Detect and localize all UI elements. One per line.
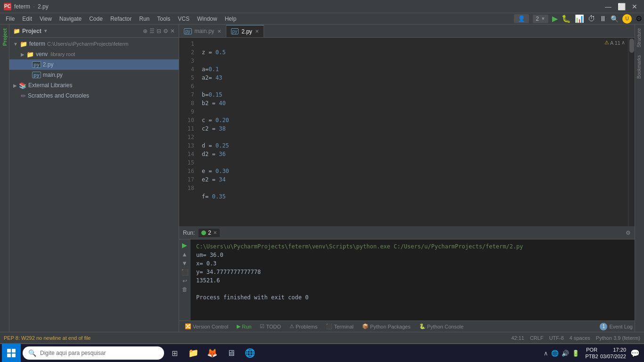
project-dropdown-arrow[interactable]: ▼ <box>43 28 48 33</box>
settings-button[interactable]: ⚙ <box>636 14 642 23</box>
menu-refactor[interactable]: Refactor <box>107 13 135 24</box>
run-clear-btn[interactable]: 🗑 <box>182 286 188 293</box>
run-scroll-up-btn[interactable]: ▲ <box>182 251 188 258</box>
ftab-todo[interactable]: ☑ TODO <box>256 322 285 330</box>
ftab-problems-label: Problems <box>296 324 317 329</box>
bottom-tabs-bar: Run: 2 ✕ ⚙ <box>179 226 635 239</box>
output-um: um= 36.0 <box>196 251 629 259</box>
project-tab[interactable]: Project <box>2 28 8 46</box>
settings-run-btn[interactable]: ⚙ <box>626 230 631 236</box>
maximize-button[interactable]: ⬜ <box>616 2 627 11</box>
minimize-button[interactable]: — <box>603 2 614 11</box>
2py-tab-close[interactable]: ✕ <box>255 29 259 34</box>
editor-scrollbar[interactable] <box>628 38 635 226</box>
taskbar-search-box[interactable]: 🔍 Digite aqui para pesquisar <box>23 346 164 360</box>
debug-button[interactable]: 🐛 <box>561 14 571 23</box>
ftab-run[interactable]: ▶ Run <box>233 322 255 330</box>
titlebar-left: PC feterm - 2.py <box>4 3 49 10</box>
output-val: 13521.6 <box>196 276 629 285</box>
search-button[interactable]: 🔍 <box>611 15 619 23</box>
menu-help[interactable]: Help <box>221 13 240 24</box>
menu-navigate[interactable]: Navigate <box>56 13 85 24</box>
encoding[interactable]: UTF-8 <box>549 335 564 341</box>
menu-code[interactable]: Code <box>85 13 107 24</box>
line-count-badge: ⚠ A 11 ∧ <box>604 40 625 46</box>
mainpy-name: main.py <box>43 72 63 78</box>
taskbar-search-placeholder: Digite aqui para pesquisar <box>40 350 106 356</box>
run-config-label: 2 <box>536 16 539 22</box>
language-indicator[interactable]: POR PTB2 <box>585 346 598 360</box>
run-toolbar: ▶ ▲ ▼ ⬛ ↩ 🗑 <box>179 239 190 321</box>
run-play-btn[interactable]: ▶ <box>182 241 187 249</box>
tree-arrow-external: ▶ <box>13 83 17 88</box>
menu-edit[interactable]: Edit <box>18 13 36 24</box>
tree-item-root[interactable]: ▼ 📁 feterm C:\Users\u\PycharmProjects\fe… <box>9 39 179 49</box>
run-button[interactable]: ▶ <box>552 14 558 23</box>
ftab-terminal[interactable]: ⬛ Terminal <box>322 322 357 330</box>
run-tab-close[interactable]: ✕ <box>213 230 217 235</box>
taskbar-explorer[interactable]: 📁 <box>185 345 202 362</box>
coverage-button[interactable]: 📊 <box>575 14 584 23</box>
side-tab-bookmarks[interactable]: Bookmarks <box>635 51 644 82</box>
run-stop-btn[interactable]: ⬛ <box>181 269 189 276</box>
cursor-position[interactable]: 42:11 <box>511 335 524 341</box>
taskbar-firefox[interactable]: 🦊 <box>204 345 221 362</box>
statusbar-right: 42:11 CRLF UTF-8 4 spaces Python 3.9 (fe… <box>511 335 640 341</box>
user-icon-btn[interactable]: 👤 <box>514 14 529 23</box>
menu-file[interactable]: File <box>2 13 18 24</box>
taskbar-pycharm[interactable]: 🖥 <box>223 345 239 362</box>
tree-item-mainpy[interactable]: py main.py <box>9 70 179 80</box>
mainpy-tab-label: main.py <box>195 28 215 34</box>
run-tab[interactable]: 2 ✕ <box>198 229 220 237</box>
ftab-problems[interactable]: ⚠ Problems <box>286 322 321 330</box>
pause-button[interactable]: ⏸ <box>599 15 607 23</box>
ftab-python-packages[interactable]: 📦 Python Packages <box>358 322 414 330</box>
new-item-btn[interactable]: ⊕ <box>143 28 148 34</box>
tab-2py[interactable]: py 2.py ✕ <box>226 25 264 37</box>
tab-mainpy[interactable]: py main.py ✕ <box>179 25 226 37</box>
menu-vcs[interactable]: VCS <box>174 13 193 24</box>
run-scroll-down-btn[interactable]: ▼ <box>182 260 188 267</box>
indent-size[interactable]: 4 spaces <box>570 335 590 341</box>
line-ending[interactable]: CRLF <box>530 335 544 341</box>
network-icon[interactable]: 🌐 <box>551 350 559 357</box>
tree-item-scratches[interactable]: ✏ Scratches and Consoles <box>9 90 179 101</box>
menu-view[interactable]: View <box>36 13 56 24</box>
tree-item-venv[interactable]: ▶ 📁 venv library root <box>9 49 179 59</box>
taskbar-edge[interactable]: 🌐 <box>241 345 258 362</box>
profile-button[interactable]: ⏱ <box>588 15 595 23</box>
menu-run[interactable]: Run <box>135 13 153 24</box>
close-panel-btn[interactable]: ✕ <box>170 28 175 34</box>
tree-item-external-libs[interactable]: ▶ 📚 External Libraries <box>9 80 179 90</box>
run-wrap-btn[interactable]: ↩ <box>182 278 187 284</box>
start-button[interactable] <box>2 344 21 362</box>
ftab-python-console[interactable]: 🐍 Python Console <box>415 322 468 330</box>
filter-btn[interactable]: ⊟ <box>157 28 161 34</box>
tree-item-2py[interactable]: py 2.py <box>9 59 179 70</box>
side-tab-structure[interactable]: Structure <box>635 25 644 51</box>
titlebar-controls: — ⬜ ✕ <box>603 2 640 11</box>
body-area: Project 📁 Project ▼ ⊕ ☰ ⊟ ⚙ ✕ ▼ <box>0 25 644 332</box>
taskbar-search-icon: 🔍 <box>28 349 36 357</box>
tree-arrow-root: ▼ <box>13 41 18 47</box>
event-log[interactable]: 1 Event Log <box>600 323 633 330</box>
mainpy-tab-close[interactable]: ✕ <box>217 29 221 34</box>
ftab-version-control[interactable]: 🔀 Version Control <box>181 322 232 330</box>
notification-button[interactable]: 💬 <box>628 346 642 360</box>
menu-window[interactable]: Window <box>193 13 221 24</box>
collapse-all-btn[interactable]: ☰ <box>149 28 155 34</box>
python-version[interactable]: Python 3.9 (feterm) <box>596 335 640 341</box>
clock[interactable]: 17:20 03/07/2022 <box>600 346 626 360</box>
project-title: Project <box>22 28 41 34</box>
taskbar-task-view[interactable]: ⊞ <box>166 345 183 362</box>
user-avatar[interactable]: U <box>622 14 632 24</box>
run-config[interactable]: 2 ▼ <box>533 15 548 23</box>
code-content[interactable]: z = 0.5 a=0.1 a2= 43 b=0.15 b2 = 40 c = … <box>198 38 628 226</box>
menu-tools[interactable]: Tools <box>153 13 174 24</box>
battery-icon[interactable]: 🔋 <box>572 350 579 357</box>
code-editor[interactable]: 12345 678910 1112131415 161718 z = 0.5 a… <box>179 38 635 226</box>
close-button[interactable]: ✕ <box>629 2 640 11</box>
volume-icon[interactable]: 🔊 <box>561 350 569 357</box>
show-hidden-icons[interactable]: ∧ <box>544 350 548 357</box>
settings-gear-icon[interactable]: ⚙ <box>163 28 168 34</box>
